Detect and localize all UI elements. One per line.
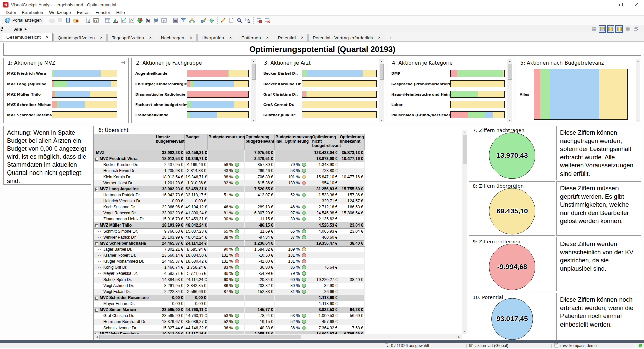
line-chart-icon[interactable] — [120, 16, 128, 24]
column-header-0[interactable] — [94, 134, 155, 150]
bar-segment-yellow[interactable] — [307, 91, 376, 97]
table-row[interactable]: −MVZ Schreiber Michaela24.465,37 €24.114… — [94, 240, 364, 246]
bar-segment-yellow[interactable] — [234, 101, 248, 108]
portal-anzeigen-button[interactable]: Portal anzeigen — [2, 17, 44, 24]
split-vertical-icon[interactable] — [607, 26, 614, 32]
tab-close-icon[interactable]: × — [190, 35, 192, 40]
collapse-icon[interactable]: − — [95, 297, 98, 300]
scrollbar-thumb[interactable] — [99, 335, 301, 339]
pie-icon[interactable] — [136, 16, 144, 24]
column-header-1[interactable]: Umsatz budgetrelevant — [155, 134, 184, 150]
bar-segment-green[interactable] — [190, 81, 194, 87]
bar-segment-yellow[interactable] — [478, 91, 504, 97]
scroll-down-icon[interactable]: ▼ — [379, 118, 384, 122]
bar-segment-yellow[interactable] — [451, 81, 504, 87]
table-row[interactable]: Vogel Rebecca Dr.33.902,23 €41.800,24 €8… — [94, 210, 364, 216]
stacked-bar[interactable] — [187, 101, 249, 108]
bar-segment-yellow[interactable] — [451, 101, 504, 108]
split-horizontal-icon[interactable] — [599, 26, 606, 32]
menu-item-fenster[interactable]: Fenster — [93, 10, 113, 15]
table-row[interactable]: Graf Christina Dr.23.595,90 €44.760,11 €… — [94, 313, 364, 319]
bar-segment-yellow[interactable] — [302, 81, 376, 87]
table-row[interactable]: Klein Karola Dr.18.912,54 €19.346,71 €98… — [94, 174, 364, 180]
stacked-bar[interactable] — [450, 91, 505, 98]
bar-segment-red[interactable] — [187, 70, 227, 77]
column-header-6[interactable]: Optimierung nicht budgetrelevant — [311, 134, 339, 150]
table-row[interactable]: Hartmann Patrick Dr.16.942,73 €33.118,17… — [94, 192, 364, 198]
tab-quartalsprüfzeiten[interactable]: Quartalsprüfzeiten× — [53, 34, 107, 41]
save-icon[interactable] — [64, 16, 72, 24]
scroll-up-icon[interactable]: ▲ — [507, 59, 512, 63]
tab-nachtragen[interactable]: Nachtragen× — [157, 34, 197, 41]
stacked-bar[interactable] — [52, 70, 117, 77]
kpi-circle[interactable]: 13.970,43 — [489, 132, 535, 179]
boxplot-icon[interactable] — [144, 16, 152, 24]
tab-close-icon[interactable]: × — [229, 35, 232, 40]
menu-item-hilfe[interactable]: Hilfe — [113, 10, 128, 15]
bar-segment-red[interactable] — [52, 101, 57, 108]
bar-segment-blue[interactable] — [190, 112, 217, 118]
collapse-icon[interactable]: − — [95, 224, 98, 227]
bar-segment-red[interactable] — [534, 69, 540, 119]
bar-segment-blue[interactable] — [54, 70, 101, 77]
table-row[interactable]: MVZ33.902,23 €52.459,31 €7.975,63 €123.4… — [94, 150, 364, 156]
bar-segment-yellow[interactable] — [493, 112, 504, 118]
table-row[interactable]: −MVZ Simon Marion23.595,90 €44.760,11 €1… — [94, 307, 364, 313]
stacked-bar[interactable] — [302, 80, 377, 87]
scroll-left-icon[interactable]: ◀▶ — [1, 27, 3, 31]
table-row[interactable]: −MVZ Lang Jaqueline33.902,23 €52.459,31 … — [94, 186, 364, 192]
new-tab-button[interactable]: + — [386, 34, 395, 41]
filter-selection[interactable]: Alle — [14, 27, 22, 32]
table-row[interactable]: Mayer Eduard Dr.0,00 €0,00 €1.118,60 € — [94, 301, 364, 307]
scroll-up-icon[interactable]: ▲ — [251, 59, 256, 63]
tab-gesamtübersicht[interactable]: Gesamtübersicht× — [2, 33, 53, 41]
table-vertical-scrollbar[interactable]: ▲ ▼ — [462, 130, 467, 334]
bar-segment-green[interactable] — [302, 70, 307, 77]
table-row[interactable]: Schmitt Simone Dr.9.766,63 €15.037,28 €6… — [94, 228, 364, 234]
column-header-7[interactable]: Optimierung unbekannt — [339, 134, 364, 150]
split-vertical-2-icon[interactable] — [616, 26, 623, 32]
wand-icon[interactable] — [200, 16, 208, 24]
page-gear-icon[interactable] — [84, 16, 92, 24]
table-row[interactable]: −MVZ Schröder Rosemarie0,00 €0,00 €1.118… — [94, 295, 364, 301]
scrollbar-thumb[interactable] — [508, 64, 512, 80]
restore-button[interactable] — [613, 0, 629, 9]
grid-icon[interactable] — [104, 16, 112, 24]
table-colored-icon[interactable] — [92, 16, 100, 24]
bar-segment-blue[interactable] — [59, 101, 85, 108]
table-row[interactable]: Krüger Mohammed Dr.24.465,37 €18.680,42 … — [94, 258, 364, 264]
panel-scrollbar[interactable]: ▲▼ — [251, 59, 256, 122]
scroll-up-icon[interactable]: ▲ — [379, 59, 384, 63]
stacked-bar[interactable] — [534, 69, 628, 120]
tab-tagesprüfzeiten[interactable]: Tagesprüfzeiten× — [107, 34, 156, 41]
table-row[interactable]: −MVZ Müller Thilo18.103,99 €48.042,24 €-… — [94, 222, 364, 228]
table-row[interactable]: Becker Karoline Dr.2.437,95 €4.169,46 €5… — [94, 162, 364, 168]
bar-segment-red[interactable] — [451, 112, 468, 118]
bar-segment-blue[interactable] — [485, 112, 492, 118]
column-header-3[interactable]: Budgetausnutzung — [207, 134, 244, 150]
scroll-down-icon[interactable]: ▼ — [636, 118, 640, 122]
scatter-icon[interactable] — [128, 16, 136, 24]
table-row[interactable]: Scholz Björn Dr.14.384,53 €24.114,24 €60… — [94, 277, 364, 283]
bar-segment-yellow[interactable] — [599, 69, 627, 119]
table-row[interactable]: Jäger Bärbel Dr.7.802,21 €8.685,94 €90 %… — [94, 246, 364, 252]
window-text-icon[interactable] — [160, 16, 168, 24]
bar-segment-yellow[interactable] — [503, 70, 504, 77]
scroll-left-icon[interactable]: ◀ — [94, 334, 99, 339]
bar-segment-red[interactable] — [302, 91, 306, 97]
table-row[interactable]: Koch Susanne Dr.22.366,96 €49.104,12 €46… — [94, 204, 364, 210]
scroll-down-icon[interactable]: ▼ — [507, 118, 512, 122]
stacked-bar[interactable] — [52, 101, 117, 108]
open-icon[interactable] — [48, 16, 56, 24]
stacked-bar[interactable] — [450, 101, 505, 108]
win-delete-icon[interactable] — [263, 16, 271, 24]
stacked-bar[interactable] — [52, 91, 117, 98]
kpi-circle[interactable]: 69.435,10 — [489, 188, 535, 234]
detach-icon[interactable] — [120, 60, 126, 65]
scroll-down-icon[interactable]: ▼ — [462, 329, 467, 334]
stacked-bar[interactable] — [52, 80, 117, 87]
stacked-bar[interactable] — [187, 70, 249, 77]
kpi-circle[interactable]: 93.017,45 — [491, 298, 533, 340]
table-row[interactable]: Heinrich Veronika Dr.0,00 €0,00 €329,71 … — [94, 198, 364, 204]
column-header-2[interactable]: Budget — [184, 134, 207, 150]
